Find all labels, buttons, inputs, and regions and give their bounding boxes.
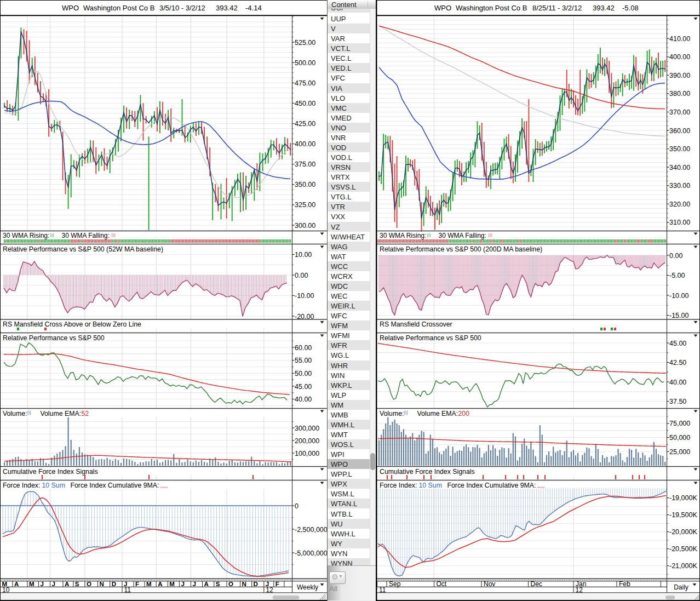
- svg-text:Volume EMA:: Volume EMA:: [417, 410, 458, 417]
- svg-text:RS Mansfield Crossover: RS Mansfield Crossover: [380, 320, 452, 328]
- svg-text:M: M: [169, 581, 175, 587]
- svg-text:525.00: 525.00: [295, 39, 315, 47]
- svg-text:360.00: 360.00: [669, 127, 690, 135]
- svg-text:Washington Post Co B: Washington Post Co B: [83, 4, 154, 12]
- svg-text:Volume:: Volume:: [380, 410, 404, 417]
- svg-text:75,000: 75,000: [669, 420, 690, 427]
- svg-text:10 Sum: 10 Sum: [419, 482, 442, 489]
- svg-text:0.00: 0.00: [295, 272, 308, 279]
- svg-text:45.00: 45.00: [669, 340, 686, 347]
- svg-text:Relative Performance vs S&P 50: Relative Performance vs S&P 500 (52W MA …: [3, 245, 163, 253]
- svg-text:12: 12: [266, 586, 273, 594]
- svg-text:50,000: 50,000: [669, 434, 690, 442]
- svg-text:380.00: 380.00: [669, 90, 690, 98]
- svg-text:500.00: 500.00: [295, 59, 315, 67]
- svg-text:200: 200: [458, 410, 470, 417]
- svg-text:M: M: [29, 581, 35, 587]
- svg-text:S: S: [216, 581, 220, 587]
- svg-text:-19,500K: -19,500K: [669, 511, 697, 519]
- svg-text:RS Mansfield Cross Above or Be: RS Mansfield Cross Above or Below Zero L…: [3, 320, 141, 328]
- svg-text:S: S: [75, 581, 79, 587]
- svg-text:12: 12: [576, 586, 583, 594]
- svg-text:310.00: 310.00: [669, 219, 690, 226]
- svg-text:300.00: 300.00: [295, 222, 315, 230]
- svg-text:375.00: 375.00: [295, 161, 315, 168]
- svg-text:-21,000K: -21,000K: [669, 562, 697, 570]
- svg-text:8/25/11 - 3/2/12: 8/25/11 - 3/2/12: [532, 4, 582, 12]
- svg-text:60.00: 60.00: [295, 344, 312, 352]
- svg-text:40.00: 40.00: [669, 379, 686, 386]
- svg-text:200,000: 200,000: [295, 437, 319, 445]
- svg-text:-10.00: -10.00: [669, 292, 688, 300]
- svg-text:30 WMA Rising:: 30 WMA Rising:: [380, 232, 426, 239]
- svg-text:J: J: [193, 581, 196, 587]
- svg-text:A: A: [158, 581, 162, 587]
- svg-text:F: F: [135, 581, 139, 587]
- svg-text:-5.00: -5.00: [669, 272, 685, 279]
- svg-text:O: O: [228, 581, 233, 587]
- svg-text:393.42: 393.42: [216, 4, 238, 12]
- svg-text:30 WMA Falling:: 30 WMA Falling:: [439, 232, 486, 239]
- svg-text:-5,000,000: -5,000,000: [295, 550, 328, 557]
- svg-text:A: A: [65, 581, 69, 587]
- svg-text:Force Index:: Force Index:: [3, 482, 40, 489]
- svg-text:475.00: 475.00: [295, 79, 315, 87]
- svg-text:390.00: 390.00: [669, 72, 690, 79]
- svg-text:10: 10: [2, 586, 10, 594]
- svg-text:11: 11: [124, 586, 131, 594]
- svg-text:42.50: 42.50: [669, 359, 686, 367]
- svg-text:Daily: Daily: [674, 583, 688, 591]
- svg-text:O: O: [87, 581, 91, 587]
- svg-text:Force Index Cumulative 9MA:: Force Index Cumulative 9MA:: [447, 482, 536, 489]
- svg-text:-2,500,000: -2,500,000: [295, 526, 328, 534]
- svg-text:350.00: 350.00: [669, 145, 690, 153]
- svg-text:J: J: [40, 581, 43, 587]
- svg-text:Feb: Feb: [619, 580, 630, 588]
- svg-text:A: A: [14, 581, 19, 587]
- svg-text:393.42: 393.42: [593, 4, 615, 12]
- svg-text:11: 11: [379, 586, 386, 594]
- svg-text:Weekly: Weekly: [297, 583, 318, 591]
- svg-text:0.00: 0.00: [669, 252, 682, 260]
- svg-text:370.00: 370.00: [669, 108, 690, 116]
- svg-text:Nov: Nov: [484, 580, 495, 588]
- svg-text:WPO: WPO: [434, 4, 451, 12]
- svg-text:320.00: 320.00: [669, 201, 690, 208]
- svg-text:410.00: 410.00: [669, 35, 690, 43]
- svg-text:Cumulative Force Index Signals: Cumulative Force Index Signals: [380, 468, 475, 476]
- svg-text:400.00: 400.00: [669, 53, 690, 61]
- svg-text:425.00: 425.00: [295, 120, 315, 128]
- svg-text:Relative Performance vs S&P 50: Relative Performance vs S&P 500 (200D MA…: [380, 245, 542, 253]
- svg-text:25,000: 25,000: [669, 448, 690, 456]
- svg-text:-20,500K: -20,500K: [669, 545, 697, 553]
- svg-text:340.00: 340.00: [669, 164, 690, 171]
- svg-text:350.00: 350.00: [295, 181, 315, 188]
- svg-text:325.00: 325.00: [295, 201, 315, 209]
- svg-text:37.50: 37.50: [669, 398, 686, 405]
- svg-text:55.00: 55.00: [295, 357, 312, 364]
- svg-text:-20,000K: -20,000K: [669, 528, 697, 536]
- svg-text:3/5/10 - 3/2/12: 3/5/10 - 3/2/12: [159, 4, 205, 12]
- svg-text:N: N: [99, 581, 104, 587]
- svg-text:Dec: Dec: [531, 580, 542, 588]
- svg-text:-5.08: -5.08: [622, 4, 639, 12]
- svg-text:WPO: WPO: [62, 4, 79, 12]
- svg-text:J: J: [52, 581, 55, 587]
- svg-text:-15.00: -15.00: [669, 312, 688, 319]
- svg-text:F: F: [276, 581, 279, 587]
- svg-text:J: J: [181, 581, 184, 587]
- svg-text:10 Sum: 10 Sum: [42, 482, 65, 489]
- svg-text:50.00: 50.00: [295, 370, 312, 377]
- svg-text:330.00: 330.00: [669, 182, 690, 190]
- svg-text:Force Index:: Force Index:: [380, 482, 417, 489]
- svg-text:-19,000K: -19,000K: [669, 494, 697, 502]
- svg-text:Oct: Oct: [437, 580, 447, 588]
- svg-text:D: D: [112, 581, 116, 587]
- svg-text:52: 52: [82, 410, 89, 417]
- svg-text:N: N: [242, 581, 246, 587]
- svg-text:A: A: [204, 581, 209, 587]
- svg-text:300,000: 300,000: [295, 425, 319, 432]
- svg-text:-10.00: -10.00: [295, 292, 314, 300]
- svg-text:40.00: 40.00: [295, 396, 312, 403]
- svg-text:30 WMA Falling:: 30 WMA Falling:: [62, 232, 110, 239]
